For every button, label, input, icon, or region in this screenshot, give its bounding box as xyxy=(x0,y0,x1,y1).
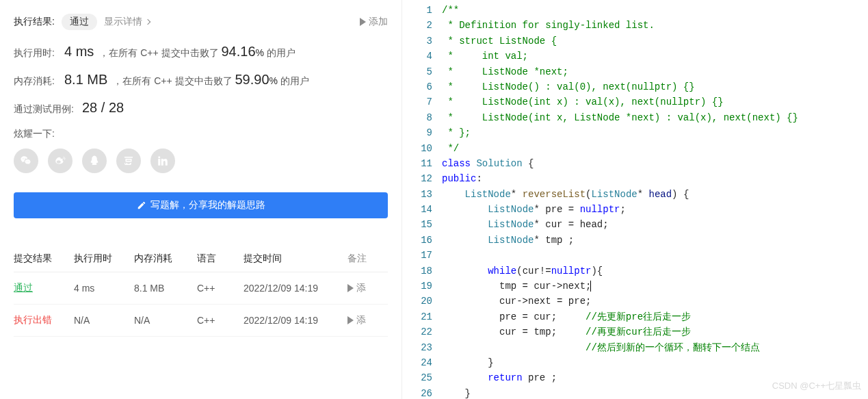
wechat-icon[interactable] xyxy=(14,149,38,173)
memory-value: 8.1 MB xyxy=(64,72,107,88)
result-status: 通过 xyxy=(62,14,97,30)
code-editor[interactable]: 1234567891011121314151617181920212223242… xyxy=(402,0,868,399)
code-line[interactable]: pre = cur; //先更新pre往后走一步 xyxy=(442,309,868,324)
code-line[interactable]: * }; xyxy=(442,125,868,140)
write-solution-button[interactable]: 写题解，分享我的解题思路 xyxy=(14,192,388,218)
submissions-header: 提交结果 执行用时 内存消耗 语言 提交时间 备注 xyxy=(14,253,388,272)
code-line[interactable]: while(cur!=nullptr){ xyxy=(442,263,868,279)
share-label: 炫耀一下: xyxy=(14,128,388,140)
testcases-label: 通过测试用例: xyxy=(14,103,82,116)
qq-icon[interactable] xyxy=(82,149,107,173)
submissions-table: 提交结果 执行用时 内存消耗 语言 提交时间 备注 通过4 ms8.1 MBC+… xyxy=(14,253,388,337)
code-line[interactable]: } xyxy=(442,355,868,370)
code-line[interactable]: ListNode* reverseList(ListNode* head) { xyxy=(442,187,868,202)
code-area[interactable]: /** * Definition for singly-linked list.… xyxy=(442,0,868,399)
watermark: CSDN @C++七星瓢虫 xyxy=(772,378,861,394)
cell-mem: N/A xyxy=(134,315,197,326)
code-line[interactable]: cur->next = pre; xyxy=(442,294,868,309)
code-line[interactable]: /** xyxy=(442,3,868,18)
code-line[interactable]: ListNode* tmp ; xyxy=(442,233,868,248)
weibo-icon[interactable] xyxy=(48,149,73,173)
table-row[interactable]: 通过4 ms8.1 MBC++2022/12/09 14:19添 xyxy=(14,272,388,305)
show-details-text: 显示详情 xyxy=(104,16,142,28)
code-line[interactable]: ListNode* pre = nullptr; xyxy=(442,202,868,217)
code-line[interactable]: public: xyxy=(442,171,868,186)
testcases-row: 通过测试用例: 28 / 28 xyxy=(14,100,388,116)
show-details-link[interactable]: 显示详情 xyxy=(104,16,150,28)
code-line[interactable]: */ xyxy=(442,141,868,156)
pencil-icon xyxy=(137,201,146,210)
header-result: 提交结果 xyxy=(14,253,74,265)
code-line[interactable]: * int val; xyxy=(442,49,868,64)
play-icon xyxy=(347,316,354,324)
code-line[interactable]: * ListNode() : val(0), next(nullptr) {} xyxy=(442,79,868,94)
result-label: 执行结果: xyxy=(14,16,55,28)
code-line[interactable]: tmp = cur->next; xyxy=(442,279,868,294)
share-icons xyxy=(14,149,388,173)
add-note-text: 添加 xyxy=(369,16,388,28)
cell-result[interactable]: 执行出错 xyxy=(14,314,74,326)
header-date: 提交时间 xyxy=(244,253,347,265)
testcases-value: 28 / 28 xyxy=(82,100,124,116)
code-line[interactable]: * Definition for singly-linked list. xyxy=(442,18,868,33)
cell-lang: C++ xyxy=(197,283,244,294)
add-note-link[interactable]: 添加 xyxy=(360,16,388,28)
code-line[interactable]: //然后到新的一个循环，翻转下一个结点 xyxy=(442,340,868,355)
results-panel: 执行结果: 通过 显示详情 添加 执行用时: 4 ms ，在所有 C++ 提交中… xyxy=(0,0,402,399)
runtime-percent: 94.16% xyxy=(221,44,264,60)
play-icon xyxy=(360,18,366,26)
code-line[interactable] xyxy=(442,248,868,263)
table-row[interactable]: 执行出错N/AN/AC++2022/12/09 14:19添 xyxy=(14,305,388,337)
code-line[interactable]: * ListNode(int x, ListNode *next) : val(… xyxy=(442,110,868,125)
code-line[interactable]: * ListNode(int x) : val(x), next(nullptr… xyxy=(442,94,868,110)
code-line[interactable]: class Solution { xyxy=(442,156,868,171)
cell-mem: 8.1 MB xyxy=(134,283,197,294)
header-note: 备注 xyxy=(347,253,388,265)
code-line[interactable]: ListNode* cur = head; xyxy=(442,217,868,232)
memory-row: 内存消耗: 8.1 MB ，在所有 C++ 提交中击败了 59.90% 的用户 xyxy=(14,72,388,88)
memory-desc-post: 的用户 xyxy=(280,75,309,88)
cell-time: 4 ms xyxy=(74,283,134,294)
code-line[interactable]: * struct ListNode { xyxy=(442,34,868,49)
runtime-row: 执行用时: 4 ms ，在所有 C++ 提交中击败了 94.16% 的用户 xyxy=(14,44,388,60)
write-button-label: 写题解，分享我的解题思路 xyxy=(150,199,265,211)
memory-desc-pre: ，在所有 C++ 提交中击败了 xyxy=(113,75,232,88)
runtime-desc-pre: ，在所有 C++ 提交中击败了 xyxy=(99,47,218,60)
runtime-value: 4 ms xyxy=(64,44,94,60)
header-mem: 内存消耗 xyxy=(134,253,197,265)
cell-date: 2022/12/09 14:19 xyxy=(244,283,347,294)
cell-lang: C++ xyxy=(197,315,244,326)
runtime-label: 执行用时: xyxy=(14,47,64,60)
play-icon xyxy=(347,284,354,292)
memory-label: 内存消耗: xyxy=(14,75,64,88)
douban-icon[interactable] xyxy=(116,149,141,173)
code-line[interactable]: cur = tmp; //再更新cur往后走一步 xyxy=(442,324,868,339)
cell-result[interactable]: 通过 xyxy=(14,282,74,294)
line-gutter: 1234567891011121314151617181920212223242… xyxy=(402,0,442,399)
cell-date: 2022/12/09 14:19 xyxy=(244,315,347,326)
cell-note[interactable]: 添 xyxy=(347,314,388,326)
cell-note[interactable]: 添 xyxy=(347,282,388,294)
result-header: 执行结果: 通过 显示详情 添加 xyxy=(14,14,388,30)
header-time: 执行用时 xyxy=(74,253,134,265)
chevron-right-icon xyxy=(145,19,150,25)
linkedin-icon[interactable] xyxy=(150,149,175,173)
code-line[interactable]: * ListNode *next; xyxy=(442,64,868,79)
header-lang: 语言 xyxy=(197,253,244,265)
memory-percent: 59.90% xyxy=(235,72,278,88)
runtime-desc-post: 的用户 xyxy=(267,47,295,60)
cell-time: N/A xyxy=(74,315,134,326)
